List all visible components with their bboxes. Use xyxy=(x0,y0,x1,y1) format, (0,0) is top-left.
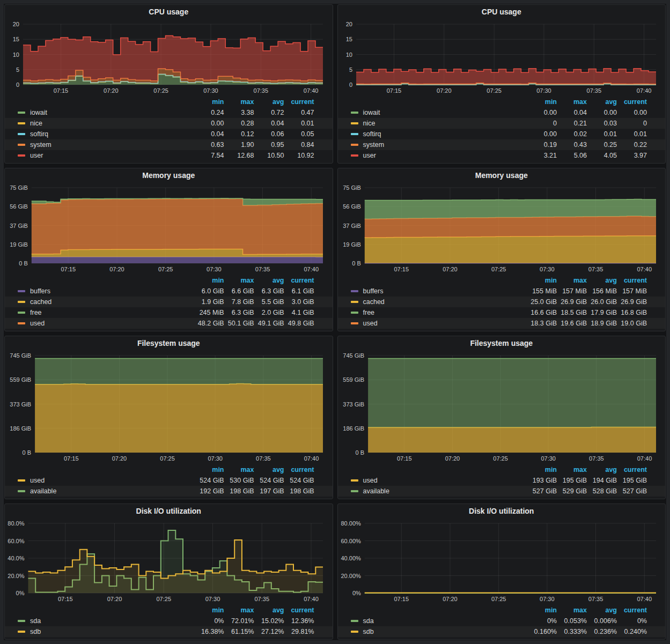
x-tick-label: 07:15 xyxy=(386,87,401,94)
legend-series-name[interactable]: free xyxy=(363,309,375,316)
legend-header: minmaxavgcurrent xyxy=(338,97,666,107)
legend-header: minmaxavgcurrent xyxy=(5,464,333,475)
panel-title[interactable]: Filesystem usage xyxy=(338,336,666,350)
legend-series-name[interactable]: sdb xyxy=(30,628,41,635)
legend-series-name[interactable]: cached xyxy=(30,298,51,306)
legend-name-cell: sdb xyxy=(351,628,527,635)
x-tick-label: 07:35 xyxy=(588,596,603,602)
y-tick-label: 10 xyxy=(345,51,352,58)
y-tick-label: 37 GiB xyxy=(10,223,28,229)
panel-title[interactable]: Filesystem usage xyxy=(5,336,333,350)
legend-value: 0 xyxy=(617,120,647,127)
panel-memory-usage-1: Memory usage 07:1507:2007:2507:3007:3507… xyxy=(4,168,333,331)
cpu-usage-chart-2[interactable]: 07:1507:2007:2507:3007:3507:4005101520 xyxy=(338,19,666,95)
legend-row: softirq0.000.020.010.01 xyxy=(338,129,666,139)
legend-col-max: max xyxy=(224,277,254,284)
legend-value: 0.43 xyxy=(557,141,587,149)
dashboard-row-cpu: CPU usage 07:1507:2007:2507:3007:3507:40… xyxy=(4,4,666,164)
chart-svg: 07:1507:2007:2507:3007:3507:4005101520 xyxy=(338,19,666,95)
filesystem-usage-chart-1[interactable]: 07:1507:2007:2507:3007:3507:400 B186 GiB… xyxy=(5,350,333,463)
panel-filesystem-usage-1: Filesystem usage 07:1507:2007:2507:3007:… xyxy=(4,336,333,499)
legend-series-name[interactable]: buffers xyxy=(30,287,50,295)
legend-series-name[interactable]: used xyxy=(363,477,378,484)
legend-col-min: min xyxy=(527,98,557,106)
panel-title[interactable]: CPU usage xyxy=(5,5,333,19)
y-tick-label: 0 B xyxy=(355,449,364,456)
disk-io-chart-1[interactable]: 07:1507:2007:2507:3007:3507:400%20.0%40.… xyxy=(5,518,333,604)
legend-series-name[interactable]: softirq xyxy=(363,130,381,138)
legend-series-name[interactable]: softirq xyxy=(30,130,48,138)
legend-series-name[interactable]: nice xyxy=(363,120,376,127)
legend-value: 18.9 GiB xyxy=(587,320,617,327)
legend-col-min: min xyxy=(194,277,224,284)
legend-name-cell: nice xyxy=(18,120,194,127)
legend-series-name[interactable]: user xyxy=(363,152,376,159)
legend-row: nice00.210.030 xyxy=(338,118,666,129)
y-tick-label: 5 xyxy=(349,66,352,73)
legend-value: 0.00 xyxy=(194,120,224,127)
legend-value: 245 MiB xyxy=(194,309,224,316)
legend-series-name[interactable]: sdb xyxy=(363,628,374,635)
legend-value: 10.92 xyxy=(284,152,314,159)
x-tick-label: 07:15 xyxy=(61,266,76,272)
legend-series-swatch xyxy=(351,133,358,135)
legend-name-cell: free xyxy=(18,309,194,316)
legend-value: 0.053% xyxy=(557,617,587,625)
x-tick-label: 07:40 xyxy=(637,455,652,462)
series-area-used xyxy=(368,427,656,453)
legend-value: 156 MiB xyxy=(587,287,617,295)
legend-series-name[interactable]: iowait xyxy=(30,109,47,116)
legend: minmaxavgcurrentused524 GiB530 GiB524 Gi… xyxy=(5,463,333,499)
legend-value: 50.1 GiB xyxy=(224,320,254,327)
legend-row: iowait0.243.380.720.47 xyxy=(5,107,333,118)
legend-value: 157 MiB xyxy=(557,287,587,295)
legend-series-name[interactable]: iowait xyxy=(363,109,380,116)
y-tick-label: 5 xyxy=(16,66,19,73)
legend-col-max: max xyxy=(224,98,254,106)
legend-value: 1.9 GiB xyxy=(194,298,224,306)
panel-title[interactable]: Disk I/O utilization xyxy=(5,504,333,518)
panel-title[interactable]: Memory usage xyxy=(5,168,333,182)
legend-value: 195 GiB xyxy=(557,477,587,484)
legend-series-name[interactable]: cached xyxy=(363,298,385,306)
legend-value: 6.0 GiB xyxy=(194,287,224,295)
legend-col-max: max xyxy=(557,466,587,473)
legend-col-max: max xyxy=(557,277,587,284)
panel-title[interactable]: Disk I/O utilization xyxy=(338,504,666,518)
legend-value: 0 xyxy=(527,120,557,127)
cpu-usage-chart-1[interactable]: 07:1507:2007:2507:3007:3507:4005101520 xyxy=(5,19,333,95)
legend-value: 29.81% xyxy=(284,628,314,635)
legend-row: cached1.9 GiB7.8 GiB5.5 GiB3.0 GiB xyxy=(5,297,333,307)
disk-io-chart-2[interactable]: 07:1507:2007:2507:3007:3507:400%20.00%40… xyxy=(338,518,666,604)
legend-series-name[interactable]: user xyxy=(30,152,43,159)
y-tick-label: 15 xyxy=(13,36,19,42)
x-tick-label: 07:35 xyxy=(589,455,604,462)
legend-series-swatch xyxy=(18,620,25,622)
memory-usage-chart-1[interactable]: 07:1507:2007:2507:3007:3507:400 B19 GiB3… xyxy=(5,182,333,274)
x-tick-label: 07:35 xyxy=(586,87,601,94)
legend-name-cell: nice xyxy=(351,120,527,127)
legend-series-name[interactable]: buffers xyxy=(363,287,384,295)
memory-usage-chart-2[interactable]: 07:1507:2007:2507:3007:3507:400 B19 GiB3… xyxy=(338,182,666,274)
y-tick-label: 0 xyxy=(16,82,19,88)
x-tick-label: 07:25 xyxy=(493,455,508,462)
legend-series-name[interactable]: free xyxy=(30,309,42,316)
legend-header: minmaxavgcurrent xyxy=(338,275,666,286)
legend-name-cell: iowait xyxy=(18,109,194,116)
legend-series-name[interactable]: used xyxy=(30,320,45,327)
panel-title[interactable]: Memory usage xyxy=(338,168,666,182)
legend-series-name[interactable]: system xyxy=(363,141,385,149)
legend-series-name[interactable]: available xyxy=(30,487,56,495)
legend-series-name[interactable]: sda xyxy=(363,617,374,625)
legend-series-name[interactable]: available xyxy=(363,487,389,495)
legend-col-current: current xyxy=(284,98,314,106)
legend-series-name[interactable]: used xyxy=(30,477,45,484)
legend-series-name[interactable]: nice xyxy=(30,120,42,127)
legend-col-avg: avg xyxy=(587,466,617,473)
x-tick-label: 07:40 xyxy=(304,87,319,94)
filesystem-usage-chart-2[interactable]: 07:1507:2007:2507:3007:3507:400 B186 GiB… xyxy=(338,350,666,463)
legend-series-name[interactable]: sda xyxy=(30,617,41,625)
legend-series-name[interactable]: used xyxy=(363,320,378,327)
legend-series-name[interactable]: system xyxy=(30,141,51,149)
panel-title[interactable]: CPU usage xyxy=(338,5,666,19)
